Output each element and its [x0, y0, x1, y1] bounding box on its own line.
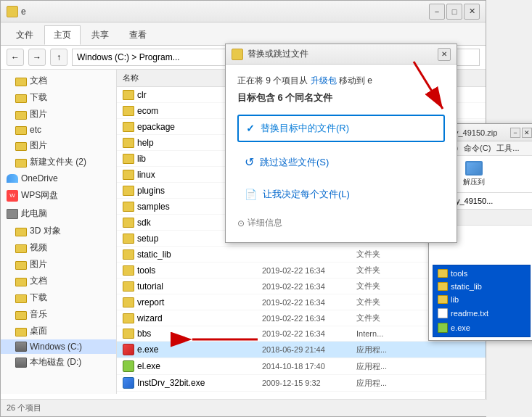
minimize-button[interactable]: −	[429, 4, 445, 20]
explorer-icon	[7, 6, 18, 17]
sidebar-label: Windows (C:)	[30, 342, 82, 352]
file-type: 应用程...	[356, 344, 414, 355]
dialog-folder-icon	[232, 49, 243, 60]
sidebar-item-music[interactable]: 音乐	[1, 306, 116, 323]
tab-share[interactable]: 共享	[82, 25, 118, 45]
file-name: clr	[137, 90, 147, 100]
status-text: 26 个项目	[7, 402, 41, 413]
close-button[interactable]: ✕	[464, 4, 480, 20]
folder-icon	[123, 313, 134, 323]
file-name: wizard	[137, 313, 163, 323]
replace-option[interactable]: ✓ 替换目标中的文件(R)	[237, 115, 445, 142]
zip-menu-tools[interactable]: 工具...	[496, 143, 519, 154]
sidebar-item-3d[interactable]: 3D 对象	[1, 223, 116, 239]
up-button[interactable]: ↑	[50, 49, 67, 66]
zip-close[interactable]: ✕	[522, 128, 532, 138]
hf-item-name: readme.txt	[451, 309, 488, 318]
sidebar-label: 图片	[30, 108, 47, 120]
replace-label: 替换目标中的文件(R)	[261, 122, 349, 135]
sidebar-item-desktop[interactable]: 桌面	[1, 323, 116, 339]
file-type: Intern...	[356, 329, 414, 338]
folder-icon	[15, 111, 27, 120]
decide-option[interactable]: 📄 让我决定每个文件(L)	[237, 182, 445, 207]
file-name: lib	[137, 154, 146, 164]
dialog-body: 正在将 9 个项目从 升级包 移动到 e 目标包含 6 个同名文件 ✓ 替换目标…	[226, 65, 457, 242]
list-item[interactable]: e.exe	[433, 321, 530, 335]
sidebar-label: 文档	[30, 275, 47, 287]
folder-icon	[438, 269, 448, 278]
hf-item-name: static_lib	[451, 282, 482, 291]
sidebar-wps[interactable]: W WPS网盘	[1, 186, 116, 205]
folder-icon	[15, 328, 27, 337]
folder-icon	[438, 282, 448, 291]
folder-icon	[123, 170, 134, 180]
sidebar-item-etc[interactable]: etc	[1, 123, 116, 137]
tab-file[interactable]: 文件	[7, 25, 43, 45]
dialog-title-left: 替换或跳过文件	[232, 48, 308, 60]
list-item[interactable]: readme.txt	[433, 306, 530, 321]
sidebar-item-d-drive[interactable]: 本地磁盘 (D:)	[1, 354, 116, 371]
sidebar-item-c-drive[interactable]: Windows (C:)	[1, 339, 116, 354]
folder-icon	[123, 249, 134, 260]
wps-icon: W	[7, 190, 18, 202]
chevron-down-icon: ⊙	[237, 218, 245, 228]
decide-label: 让我决定每个文件(L)	[263, 188, 350, 201]
sidebar-label: 文档	[30, 75, 47, 87]
window-title: e	[21, 7, 26, 17]
sidebar-item-docs2[interactable]: 文档	[1, 273, 116, 289]
highlighted-files-overlay: tools static_lib lib readme.txt e.exe	[433, 265, 531, 337]
tab-home[interactable]: 主页	[44, 25, 81, 45]
file-date: 2019-02-22 16:34	[262, 314, 356, 323]
table-row[interactable]: InstDrv_32bit.exe 2009-12-15 9:32 应用程...	[117, 375, 486, 392]
folder-icon	[15, 126, 27, 135]
sidebar-label: 音乐	[30, 308, 47, 321]
list-item[interactable]: static_lib	[433, 280, 530, 293]
file-name: setup	[137, 234, 158, 244]
file-name: sdk	[137, 218, 151, 228]
sidebar-label: 图片	[30, 139, 47, 152]
sidebar-item-dl2[interactable]: 下载	[1, 289, 116, 306]
file-date: 2019-02-22 16:34	[262, 329, 356, 338]
skip-option[interactable]: ↺ 跳过这些文件(S)	[237, 149, 445, 175]
list-item[interactable]: lib	[433, 293, 530, 306]
zip-minimize[interactable]: −	[510, 128, 520, 138]
forward-button[interactable]: →	[28, 49, 46, 66]
sidebar-item-pictures[interactable]: 图片	[1, 106, 116, 123]
sidebar-this-pc[interactable]: 此电脑	[1, 205, 116, 223]
dialog-info-text: 正在将 9 个项目从 升级包 移动到 e	[237, 75, 445, 87]
sidebar-item-pictures2[interactable]: 图片	[1, 137, 116, 154]
title-bar: e − □ ✕	[1, 1, 486, 22]
dialog-title-bar: 替换或跳过文件 ✕	[226, 44, 457, 65]
file-date: 2018-06-29 21:44	[262, 345, 356, 354]
back-button[interactable]: ←	[7, 49, 24, 66]
zip-menu-cmd[interactable]: 命令(C)	[464, 143, 491, 154]
zip-extract-label: 解压到	[463, 177, 485, 187]
sidebar-item-documents[interactable]: 文档	[1, 73, 116, 89]
file-name: static_lib	[137, 249, 171, 260]
file-name: bbs	[137, 329, 151, 339]
drive-icon	[15, 342, 27, 352]
list-item[interactable]: tools	[433, 267, 530, 280]
tab-view[interactable]: 查看	[120, 25, 156, 45]
maximize-button[interactable]: □	[446, 4, 462, 20]
file-date: 2019-02-22 16:34	[262, 298, 356, 307]
table-row[interactable]: el.exe 2014-10-18 17:40 应用程...	[117, 358, 486, 375]
folder-icon	[15, 94, 27, 103]
pc-icon	[7, 209, 18, 219]
file-name: ecom	[137, 106, 158, 116]
sidebar-item-pictures3[interactable]: 图片	[1, 256, 116, 273]
sidebar-item-downloads[interactable]: 下载	[1, 89, 116, 106]
folder-icon	[123, 90, 134, 100]
hf-item-name: e.exe	[451, 323, 470, 332]
sidebar-item-new-folder[interactable]: 新建文件夹 (2)	[1, 154, 116, 170]
sidebar-item-video[interactable]: 视频	[1, 239, 116, 256]
sidebar-onedrive[interactable]: OneDrive	[1, 170, 116, 186]
table-row-exe[interactable]: e.exe 2018-06-29 21:44 应用程...	[117, 342, 486, 358]
title-controls: − □ ✕	[429, 4, 480, 20]
details-toggle[interactable]: ⊙ 详细信息	[237, 214, 445, 232]
zip-extract-button[interactable]: 解压到	[459, 159, 488, 189]
table-row[interactable]: InstDrv_64bit.exe 2009-12-07 9:54 应用程...	[117, 392, 486, 394]
dialog-source-link[interactable]: 升级包	[311, 75, 337, 86]
file-type: 文件夹	[356, 249, 414, 260]
dialog-close-button[interactable]: ✕	[438, 48, 451, 61]
